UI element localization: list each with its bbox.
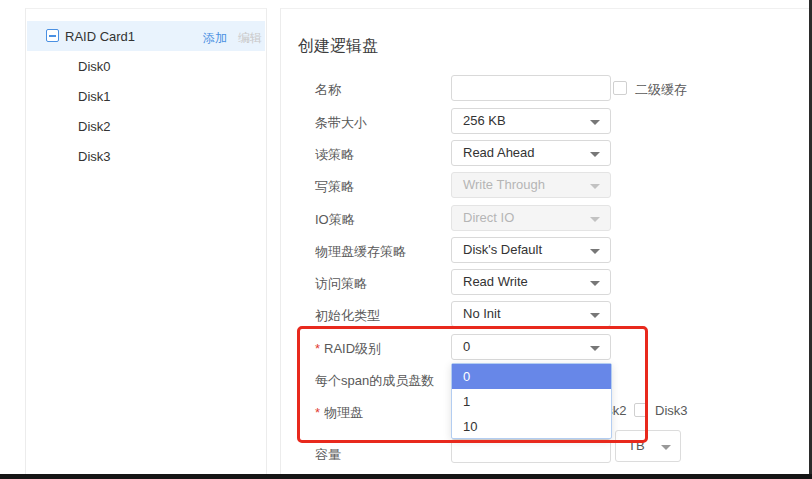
chevron-down-icon (590, 152, 600, 157)
stripe-size-row: 条带大小 256 KB (280, 108, 812, 134)
pd-cache-policy-row: 物理盘缓存策略 Disk's Default (280, 237, 812, 263)
raid-level-label: *RAID级别 (315, 340, 381, 358)
span-members-label: 每个span的成员盘数 (315, 372, 434, 390)
chevron-down-icon (590, 346, 600, 351)
disk3-checkbox-label: Disk3 (655, 403, 688, 418)
raid-level-value: 0 (463, 339, 470, 354)
raid-level-option-0[interactable]: 0 (452, 364, 611, 389)
edit-link[interactable]: 编辑 (238, 30, 262, 47)
chevron-down-icon (590, 120, 600, 125)
read-policy-label: 读策略 (315, 146, 354, 164)
write-policy-row: 写策略 Write Through (280, 172, 812, 198)
chevron-down-icon (661, 445, 671, 450)
collapse-minus-icon[interactable] (46, 29, 59, 42)
required-asterisk: * (315, 405, 320, 420)
access-policy-row: 访问策略 Read Write (280, 269, 812, 295)
secondary-cache-checkbox[interactable] (613, 81, 627, 95)
stripe-size-select[interactable]: 256 KB (451, 108, 611, 134)
pd-cache-policy-value: Disk's Default (463, 242, 542, 257)
raid-level-option-10[interactable]: 10 (452, 414, 611, 439)
init-type-select[interactable]: No Init (451, 301, 611, 327)
add-link[interactable]: 添加 (203, 30, 227, 47)
stripe-size-label: 条带大小 (315, 114, 367, 132)
name-input[interactable] (451, 75, 611, 101)
required-asterisk: * (315, 341, 320, 356)
raid-level-option-1[interactable]: 1 (452, 389, 611, 414)
io-policy-row: IO策略 Direct IO (280, 205, 812, 231)
init-type-row: 初始化类型 No Init (280, 301, 812, 327)
sidebar-item-disk0[interactable]: Disk0 (78, 59, 111, 81)
io-policy-label: IO策略 (315, 211, 355, 229)
chevron-down-icon (590, 313, 600, 318)
stripe-size-value: 256 KB (463, 113, 506, 128)
raid-card-label: RAID Card1 (65, 29, 135, 44)
read-policy-value: Read Ahead (463, 145, 535, 160)
capacity-label: 容量 (315, 446, 341, 464)
name-label: 名称 (315, 81, 341, 99)
sidebar-item-disk2[interactable]: Disk2 (78, 119, 111, 141)
access-policy-select[interactable]: Read Write (451, 269, 611, 295)
access-policy-value: Read Write (463, 274, 528, 289)
access-policy-label: 访问策略 (315, 275, 367, 293)
sidebar-item-disk3[interactable]: Disk3 (78, 149, 111, 171)
raid-level-select[interactable]: 0 (451, 334, 611, 360)
raid-level-row: *RAID级别 0 (280, 334, 812, 360)
window-bottom-edge (0, 474, 812, 479)
raid-tree-sidebar: RAID Card1 添加 编辑 Disk0 Disk1 Disk2 Disk3 (25, 8, 267, 474)
pd-cache-policy-label: 物理盘缓存策略 (315, 243, 406, 261)
chevron-down-icon (590, 217, 600, 222)
disk3-checkbox[interactable] (634, 403, 648, 417)
capacity-unit-value: TB (628, 438, 645, 453)
chevron-down-icon (590, 249, 600, 254)
io-policy-value: Direct IO (463, 210, 514, 225)
capacity-unit-select[interactable]: TB (615, 430, 681, 462)
page-title: 创建逻辑盘 (298, 36, 378, 57)
write-policy-value: Write Through (463, 177, 545, 192)
secondary-cache-label: 二级缓存 (635, 81, 687, 99)
sidebar-item-disk1[interactable]: Disk1 (78, 89, 111, 111)
read-policy-row: 读策略 Read Ahead (280, 140, 812, 166)
write-policy-label: 写策略 (315, 178, 354, 196)
write-policy-select: Write Through (451, 172, 611, 198)
init-type-value: No Init (463, 306, 501, 321)
io-policy-select: Direct IO (451, 205, 611, 231)
init-type-label: 初始化类型 (315, 307, 380, 325)
pd-cache-policy-select[interactable]: Disk's Default (451, 237, 611, 263)
sidebar-item-raid-card[interactable]: RAID Card1 添加 编辑 (27, 21, 265, 51)
raid-level-dropdown-list: 0 1 10 (451, 363, 612, 439)
read-policy-select[interactable]: Read Ahead (451, 140, 611, 166)
capacity-input[interactable] (451, 439, 611, 463)
chevron-down-icon (590, 184, 600, 189)
name-row: 名称 二级缓存 (280, 75, 812, 101)
physical-disks-label: *物理盘 (315, 404, 363, 422)
chevron-down-icon (590, 281, 600, 286)
app-window: RAID Card1 添加 编辑 Disk0 Disk1 Disk2 Disk3… (0, 0, 812, 479)
